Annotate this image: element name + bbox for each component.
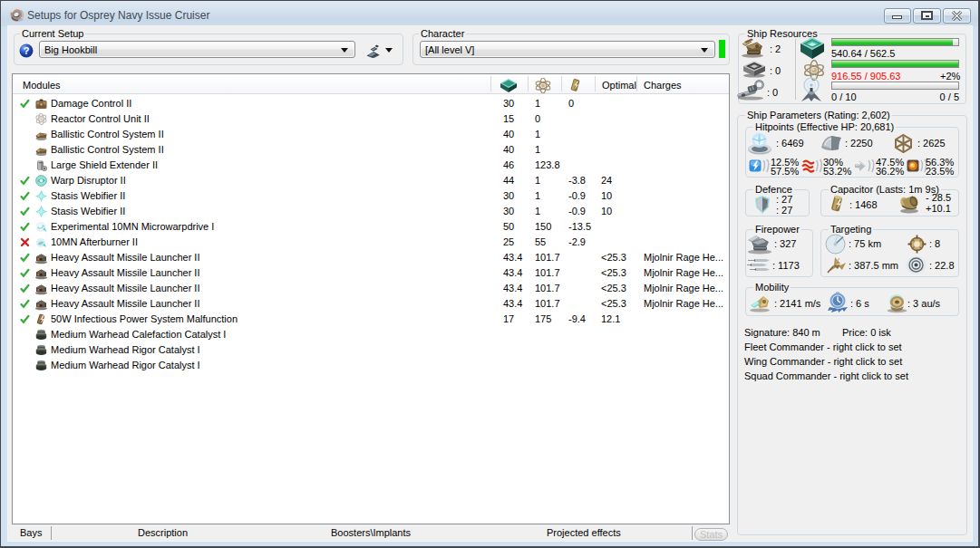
- svg-text:?: ?: [24, 45, 30, 56]
